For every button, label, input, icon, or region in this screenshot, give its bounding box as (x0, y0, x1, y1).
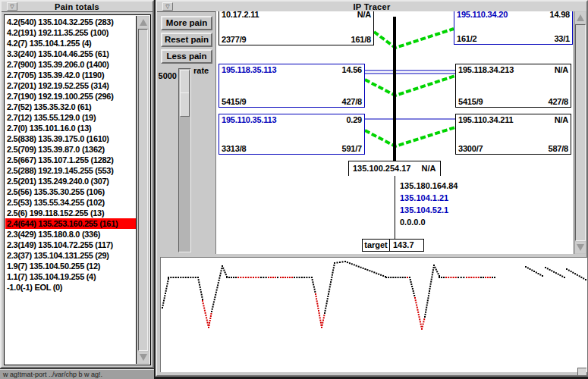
target-label: target (363, 240, 390, 251)
node-count-left: 3313/8 (222, 144, 246, 153)
scrollbar-trough[interactable] (575, 24, 586, 241)
pain-list-item[interactable]: 2.5(53) 135.55.34.255 (102) (5, 197, 136, 208)
pain-list-item[interactable]: 2.5(56) 135.35.30.255 (106) (5, 186, 136, 197)
node-count-right: 427/8 (341, 97, 362, 106)
node-ip: 195.110.35.113 (222, 115, 276, 124)
gateway-node-box[interactable]: 135.100.254.17N/A (348, 161, 441, 176)
node-metric: N/A (357, 11, 371, 19)
trace-node-box-r1-right[interactable]: 195.110.34.2014.98161/233/1 (454, 11, 573, 45)
scrollbar-trough[interactable] (138, 29, 148, 351)
pain-totals-window: Pain totals ▽ 4.2(540) 135.104.32.255 (2… (0, 0, 154, 368)
reset-pain-button[interactable]: Reset pain (161, 33, 212, 47)
pain-list-item[interactable]: 2.5(6) 199.118.152.255 (13) (5, 208, 136, 218)
ip-tracer-window: IP Tracer ▽ More pain Reset pain Less pa… (156, 0, 588, 377)
node-count-right: 427/8 (548, 97, 568, 106)
pain-list-item[interactable]: 2.7(190) 192.19.100.255 (296) (5, 91, 136, 102)
pain-list-item[interactable]: 4.2(191) 192.11.35.255 (100) (5, 27, 136, 38)
node-count-left: 161/2 (457, 34, 477, 43)
node-count-right: 33/1 (554, 34, 570, 43)
path-ip: 135.180.164.84 (400, 180, 458, 192)
scroll-down-icon[interactable] (137, 352, 149, 363)
node-ip: 195.110.34.20 (457, 11, 508, 19)
pain-list-item[interactable]: 1.1(7) 135.104.19.255 (4) (5, 271, 136, 282)
pain-list-item[interactable]: 4.2(540) 135.104.32.255 (283) (5, 17, 136, 27)
pain-list-item[interactable]: 2.7(705) 135.39.42.0 (1190) (5, 70, 136, 80)
target-value: 143.7 (390, 240, 423, 251)
pain-list-item-selected[interactable]: 2.4(644) 135.253.160.255 (161) (5, 218, 136, 229)
gateway-status: N/A (421, 164, 435, 173)
window-menu-icon[interactable]: ▽ (162, 2, 173, 11)
window-menu-icon[interactable]: ▽ (7, 2, 17, 11)
node-ip: 195.118.34.213 (458, 65, 514, 74)
node-ip: 10.17.2.11 (222, 11, 259, 19)
pain-list-item[interactable]: 2.5(201) 135.249.240.0 (307) (5, 176, 136, 186)
rate-slider-thumb[interactable] (180, 70, 190, 117)
pain-list-panel: 4.2(540) 135.104.32.255 (283)4.2(191) 19… (4, 14, 151, 365)
node-ip: 195.110.34.211 (458, 115, 513, 124)
trace-node-box-r3-right[interactable]: 195.110.34.211N/A3300/7587/8 (455, 114, 571, 155)
pain-list-item[interactable]: 2.7(12) 135.55.129.0 (19) (5, 112, 136, 123)
pain-list-item[interactable]: 2.7(900) 135.39.206.0 (1400) (5, 59, 136, 70)
desktop: w ag!tmat-port ../var/chp b w ag!. Pain … (0, 0, 588, 379)
pain-list-item[interactable]: 4.2(7) 135.104.1.255 (4) (5, 38, 136, 49)
pain-list-item[interactable]: 2.5(709) 135.39.87.0 (1362) (5, 144, 136, 155)
node-metric: N/A (555, 65, 568, 74)
strip-chart-dots (161, 258, 586, 371)
node-count-left: 2377/9 (222, 35, 246, 44)
node-metric: N/A (555, 115, 568, 124)
path-ip: 0.0.0.0 (400, 216, 458, 228)
pain-list-item[interactable]: 3.3(240) 135.104.46.255 (61) (5, 49, 136, 59)
trace-trunk-line (393, 17, 396, 168)
pain-strip-chart (160, 257, 587, 372)
resize-corner[interactable] (577, 368, 586, 375)
trace-node-box-r3-left[interactable]: 195.110.35.1130.293313/8591/7 (219, 114, 365, 155)
node-metric: 14.98 (549, 11, 570, 19)
rate-value-label: 5000 (157, 71, 177, 80)
ip-tracer-titlebar[interactable]: IP Tracer (157, 2, 586, 12)
pain-list-item[interactable]: 2.7(52) 135.35.32.0 (61) (5, 102, 136, 112)
pain-totals-titlebar[interactable]: Pain totals (2, 2, 153, 12)
node-count-left: 5415/9 (458, 97, 483, 106)
diagram-scrollbar[interactable] (574, 11, 586, 254)
pain-list-scrollbar[interactable] (136, 16, 149, 364)
pain-list-item[interactable]: 2.5(667) 135.107.1.255 (1282) (5, 155, 136, 165)
pain-list-item[interactable]: -1.0(-1) EOL (0) (5, 282, 136, 293)
pain-list-item[interactable]: 2.5(288) 192.19.145.255 (553) (5, 165, 136, 176)
path-ip: 135.104.1.21 (400, 192, 458, 204)
scroll-up-icon[interactable] (575, 12, 586, 23)
node-count-left: 5415/9 (222, 97, 246, 106)
trace-node-box-r1-left[interactable]: 10.17.2.11N/A2377/9161/8 (219, 11, 374, 45)
trace-diagram-canvas[interactable]: 10.17.2.11N/A2377/9161/8195.110.34.2014.… (215, 11, 574, 254)
node-count-right: 161/8 (351, 35, 371, 44)
node-ip: 195.118.35.113 (222, 65, 276, 74)
node-metric: 0.29 (346, 115, 362, 124)
rate-label: rate (193, 66, 209, 75)
node-count-right: 587/8 (548, 144, 568, 153)
node-count-right: 591/7 (341, 144, 362, 153)
pain-list-item[interactable]: 2.3(37) 135.104.131.255 (29) (5, 250, 136, 261)
pain-list-item[interactable]: 2.7(0) 135.101.16.0 (13) (5, 123, 136, 133)
pain-list-item[interactable]: 2.7(201) 192.19.52.255 (314) (5, 80, 136, 91)
less-pain-button[interactable]: Less pain (161, 49, 212, 64)
trace-node-box-r2-left[interactable]: 195.118.35.11314.565415/9427/8 (219, 64, 365, 108)
scroll-up-icon[interactable] (137, 17, 149, 28)
background-window-titlebar[interactable]: w ag!tmat-port ../var/chp b w ag!. (0, 369, 154, 379)
more-pain-button[interactable]: More pain (161, 16, 212, 30)
scroll-down-icon[interactable] (575, 242, 586, 253)
path-ip: 135.104.52.1 (400, 204, 458, 216)
rate-slider[interactable] (178, 68, 191, 252)
pain-list: 4.2(540) 135.104.32.255 (283)4.2(191) 19… (5, 17, 136, 364)
pain-list-item[interactable]: 2.5(838) 135.39.175.0 (1610) (5, 133, 136, 144)
trace-node-box-r2-right[interactable]: 195.118.34.213N/A5415/9427/8 (455, 64, 571, 108)
node-count-left: 3300/7 (458, 144, 483, 153)
node-metric: 14.56 (341, 65, 362, 74)
path-ip-list: 135.180.164.84135.104.1.21135.104.52.10.… (400, 180, 458, 228)
pain-list-item[interactable]: 1.9(7) 135.104.50.255 (12) (5, 261, 136, 271)
window-bottom-edge (157, 372, 586, 375)
pain-list-item[interactable]: 2.3(429) 135.180.8.0 (336) (5, 229, 136, 240)
path-line (395, 176, 395, 240)
gateway-ip: 135.100.254.17 (353, 164, 410, 173)
pain-list-item[interactable]: 2.3(149) 135.104.72.255 (117) (5, 240, 136, 250)
target-row[interactable]: target 143.7 (362, 239, 424, 252)
